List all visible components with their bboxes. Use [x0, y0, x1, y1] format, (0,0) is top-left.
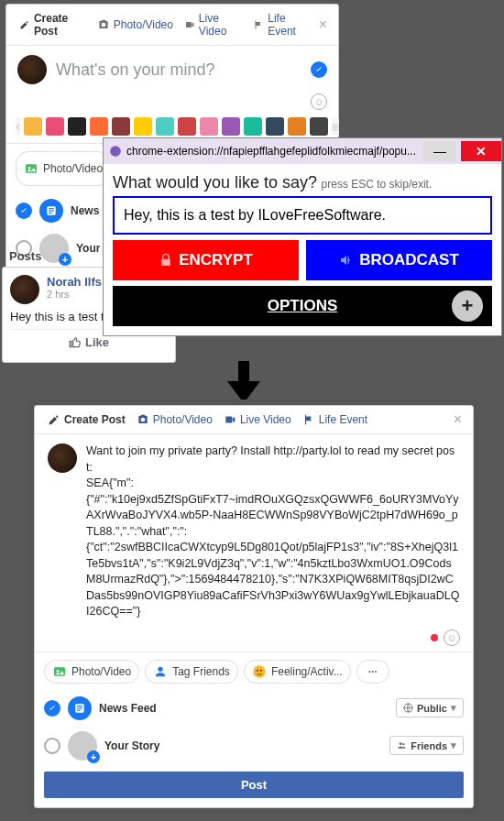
audience-public[interactable]: Public ▾ [396, 698, 464, 717]
svg-point-16 [260, 669, 262, 671]
friends-icon [397, 740, 407, 750]
feeling-icon [252, 664, 267, 679]
bg-color-swatch[interactable] [24, 117, 42, 136]
button-label: ENCRYPT [179, 251, 253, 269]
dest-label: News Feed [99, 702, 157, 715]
tab-life-event[interactable]: Life Event [247, 10, 314, 39]
message-input[interactable] [113, 196, 492, 235]
tab-label: Create Post [34, 12, 86, 38]
bg-color-swatch[interactable] [200, 117, 218, 136]
close-icon[interactable]: × [450, 411, 466, 428]
extension-icon [109, 145, 122, 158]
pencil-icon [19, 18, 30, 31]
action-photo-video[interactable]: Photo/Video [44, 660, 139, 684]
svg-point-1 [28, 167, 31, 170]
bg-color-swatch[interactable] [266, 117, 284, 136]
post-timestamp: 2 hrs [47, 289, 102, 300]
window-titlebar: chrome-extension://nfapiepfflahgefeplidf… [104, 138, 501, 164]
composer-tabs: Create Post Photo/Video Live Video Life … [6, 5, 338, 46]
tag-icon [153, 664, 168, 679]
tab-photo-video[interactable]: Photo/Video [131, 411, 218, 428]
speaker-icon [339, 253, 354, 268]
tab-label: Life Event [268, 12, 309, 38]
svg-point-15 [257, 669, 258, 671]
svg-rect-19 [77, 707, 82, 708]
tab-label: Life Event [319, 413, 367, 426]
svg-point-22 [400, 742, 402, 745]
post-button[interactable]: Post [44, 772, 464, 798]
story-avatar: + [68, 731, 97, 761]
bg-color-swatch[interactable] [134, 117, 152, 136]
close-icon[interactable]: × [315, 16, 331, 33]
dest-label: Your Story [104, 739, 159, 752]
post-avatar[interactable] [10, 275, 39, 304]
tab-label: Live Video [199, 12, 243, 38]
chevron-down-icon: ▾ [451, 702, 456, 714]
tab-life-event[interactable]: Life Event [297, 411, 373, 428]
tab-label: Photo/Video [114, 18, 173, 31]
close-button[interactable]: ✕ [461, 141, 501, 161]
plus-icon[interactable]: + [452, 290, 483, 322]
bg-color-swatch[interactable] [112, 117, 130, 136]
chevron-down-icon: ▾ [451, 739, 456, 751]
tab-create-post[interactable]: Create Post [42, 411, 131, 428]
action-feeling[interactable]: Feeling/Activ... [244, 660, 351, 684]
compose-placeholder[interactable]: What's on your mind? [56, 60, 301, 80]
radio-off-icon [44, 738, 60, 754]
minimize-button[interactable]: — [423, 141, 456, 161]
bg-color-swatch[interactable] [178, 117, 196, 136]
lock-icon [159, 253, 173, 268]
bg-color-swatch[interactable] [244, 117, 262, 136]
tab-create-post[interactable]: Create Post [14, 10, 92, 39]
emoji-icon[interactable]: ☺ [311, 93, 327, 110]
photo-icon [52, 664, 67, 679]
action-label: Photo/Video [43, 162, 103, 175]
arrow-down-icon [216, 361, 271, 403]
avatar[interactable] [48, 443, 77, 473]
prompt-hint: press ESC to skip/exit. [322, 178, 433, 191]
emoji-icon[interactable]: ☺ [444, 629, 460, 646]
bg-color-swatch[interactable] [68, 117, 86, 136]
post-author[interactable]: Norah Ilfs [47, 275, 102, 289]
tab-photo-video[interactable]: Photo/Video [92, 16, 179, 33]
bg-color-swatch[interactable] [90, 117, 108, 136]
tab-label: Live Video [240, 413, 291, 426]
action-label: Tag Friends [172, 665, 230, 678]
svg-rect-7 [49, 208, 54, 209]
tab-live-video[interactable]: Live Video [218, 411, 297, 428]
bg-grid-icon[interactable]: ⊞ [332, 117, 339, 136]
audience-friends[interactable]: Friends ▾ [389, 736, 464, 755]
action-label: Feeling/Activ... [271, 665, 343, 678]
bg-prev-icon[interactable]: ‹ [16, 117, 20, 136]
encrypt-button[interactable]: ENCRYPT [113, 240, 299, 280]
dest-newsfeed[interactable]: News Feed Public ▾ [35, 691, 473, 726]
options-button[interactable]: OPTIONS+ [113, 286, 492, 326]
action-more[interactable]: ··· [356, 660, 389, 684]
globe-icon [403, 703, 413, 713]
video-icon [184, 18, 195, 31]
tab-label: Photo/Video [153, 413, 213, 426]
svg-point-10 [110, 146, 121, 157]
audience-label: Friends [411, 740, 447, 751]
tab-label: Create Post [64, 413, 126, 426]
prompt-question: What would you like to say? [113, 173, 317, 192]
bg-color-swatch[interactable] [310, 117, 328, 136]
compose-text-content[interactable]: Want to join my private party? Install h… [86, 443, 460, 620]
newsfeed-icon [68, 696, 92, 720]
bg-color-swatch[interactable] [288, 117, 306, 136]
camera-icon [137, 413, 149, 426]
composer-tabs: Create Post Photo/Video Live Video Life … [35, 406, 473, 434]
broadcast-button[interactable]: BROADCAST [306, 240, 492, 280]
svg-point-12 [57, 670, 60, 673]
bg-color-swatch[interactable] [156, 117, 174, 136]
bg-color-swatch[interactable] [46, 117, 64, 136]
dest-your-story[interactable]: + Your Story Friends ▾ [35, 726, 473, 766]
bg-color-swatch[interactable] [222, 117, 240, 136]
action-tag-friends[interactable]: Tag Friends [145, 660, 238, 684]
tab-live-video[interactable]: Live Video [179, 10, 247, 39]
action-label: Photo/Video [71, 665, 131, 678]
radio-on-icon [16, 203, 32, 219]
flag-icon [253, 18, 264, 31]
avatar[interactable] [17, 55, 47, 84]
action-photo-video[interactable]: Photo/Video [16, 151, 111, 186]
